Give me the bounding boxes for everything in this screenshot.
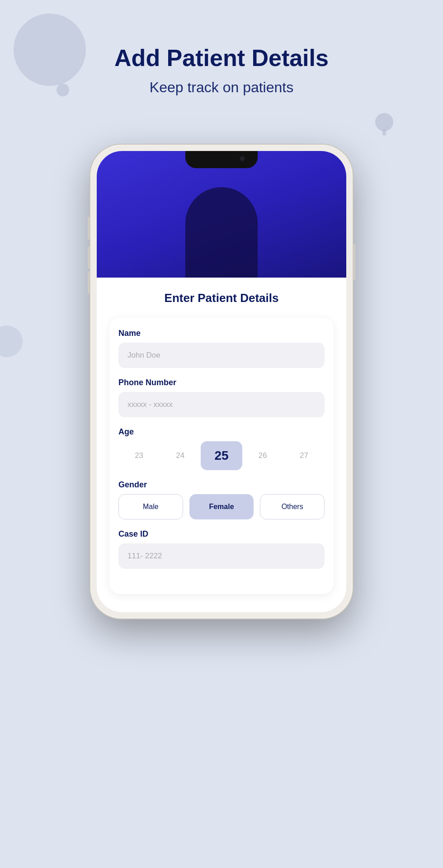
age-label: Age bbox=[118, 427, 325, 437]
phone-screen: Enter Patient Details Name Phone Number bbox=[97, 151, 346, 612]
case-id-section: Case ID bbox=[118, 529, 325, 579]
gender-female-button[interactable]: Female bbox=[189, 494, 254, 519]
name-input[interactable] bbox=[118, 343, 325, 368]
gender-label: Gender bbox=[118, 480, 325, 490]
gender-section: Gender Male Female Others bbox=[118, 480, 325, 519]
notch-camera bbox=[240, 156, 245, 161]
gender-buttons: Male Female Others bbox=[118, 494, 325, 519]
phone-form-area: Enter Patient Details Name Phone Number bbox=[97, 278, 346, 612]
age-item-3[interactable]: 26 bbox=[242, 448, 283, 464]
gender-others-button[interactable]: Others bbox=[260, 494, 325, 519]
bg-circle-pin bbox=[375, 113, 393, 136]
form-title: Enter Patient Details bbox=[109, 291, 334, 305]
header-area: Add Patient Details Keep track on patien… bbox=[0, 45, 443, 96]
age-picker: 23 24 25 26 27 bbox=[118, 441, 325, 470]
age-item-4[interactable]: 27 bbox=[283, 448, 325, 464]
phone-label: Phone Number bbox=[118, 378, 325, 387]
phone-input[interactable] bbox=[118, 392, 325, 417]
name-field-container: Name bbox=[118, 329, 325, 378]
page-title: Add Patient Details bbox=[27, 45, 416, 71]
age-section: Age 23 24 25 26 27 bbox=[118, 427, 325, 470]
form-card: Name Phone Number Age 23 24 bbox=[109, 318, 334, 594]
age-item-0[interactable]: 23 bbox=[118, 448, 160, 464]
bg-circle-left bbox=[0, 326, 23, 357]
avatar-silhouette bbox=[185, 187, 258, 278]
age-item-1[interactable]: 24 bbox=[160, 448, 201, 464]
phone-mockup: Enter Patient Details Name Phone Number bbox=[90, 145, 353, 618]
name-label: Name bbox=[118, 329, 325, 338]
page-subtitle: Keep track on patients bbox=[27, 79, 416, 96]
phone-top-area bbox=[97, 151, 346, 278]
age-item-2[interactable]: 25 bbox=[201, 441, 242, 470]
case-id-label: Case ID bbox=[118, 529, 325, 539]
notch bbox=[185, 151, 258, 168]
case-id-input[interactable] bbox=[118, 543, 325, 569]
phone-frame: Enter Patient Details Name Phone Number bbox=[90, 145, 353, 618]
phone-field-container: Phone Number bbox=[118, 378, 325, 427]
gender-male-button[interactable]: Male bbox=[118, 494, 183, 519]
